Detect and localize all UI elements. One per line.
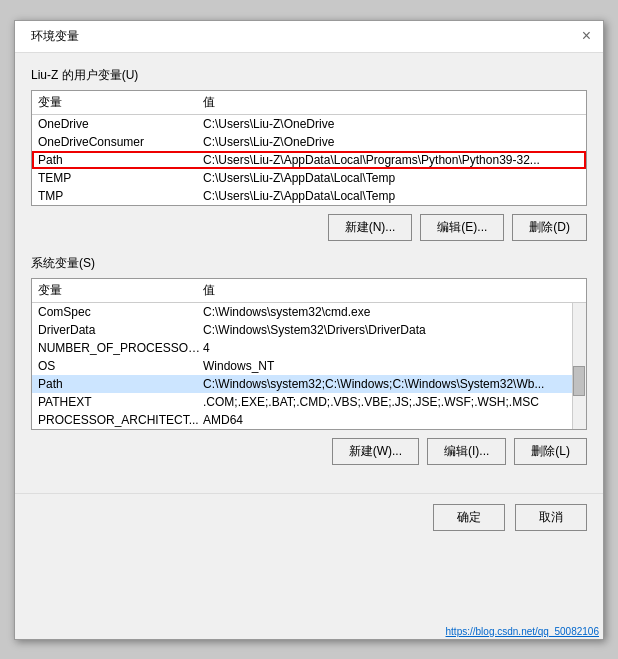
user-row-value: C:\Users\Liu-Z\OneDrive bbox=[203, 117, 580, 131]
user-row-value: C:\Users\Liu-Z\AppData\Local\Temp bbox=[203, 189, 580, 203]
confirm-button[interactable]: 确定 bbox=[433, 504, 505, 531]
system-col-value-header: 值 bbox=[203, 282, 580, 299]
system-scrollbar-track[interactable] bbox=[572, 303, 586, 429]
user-table-row[interactable]: OneDriveConsumer C:\Users\Liu-Z\OneDrive bbox=[32, 133, 586, 151]
user-variables-table: 变量 值 OneDrive C:\Users\Liu-Z\OneDrive On… bbox=[31, 90, 587, 206]
user-row-value: C:\Users\Liu-Z\AppData\Local\Programs\Py… bbox=[203, 153, 580, 167]
system-row-name: NUMBER_OF_PROCESSORS bbox=[38, 341, 203, 355]
user-table-row[interactable]: TEMP C:\Users\Liu-Z\AppData\Local\Temp bbox=[32, 169, 586, 187]
user-delete-button[interactable]: 删除(D) bbox=[512, 214, 587, 241]
system-scrollbar-thumb[interactable] bbox=[573, 366, 585, 396]
user-section-label: Liu-Z 的用户变量(U) bbox=[31, 67, 587, 84]
system-table-row[interactable]: DriverData C:\Windows\System32\Drivers\D… bbox=[32, 321, 586, 339]
system-row-name: ComSpec bbox=[38, 305, 203, 319]
user-table-row[interactable]: Path C:\Users\Liu-Z\AppData\Local\Progra… bbox=[32, 151, 586, 169]
user-row-name: OneDrive bbox=[38, 117, 203, 131]
system-table-header: 变量 值 bbox=[32, 279, 586, 303]
system-table-row[interactable]: ComSpec C:\Windows\system32\cmd.exe bbox=[32, 303, 586, 321]
user-table-header: 变量 值 bbox=[32, 91, 586, 115]
system-row-name: DriverData bbox=[38, 323, 203, 337]
system-table-row[interactable]: Path C:\Windows\system32;C:\Windows;C:\W… bbox=[32, 375, 586, 393]
system-table-row[interactable]: NUMBER_OF_PROCESSORS 4 bbox=[32, 339, 586, 357]
system-table-row[interactable]: OS Windows_NT bbox=[32, 357, 586, 375]
close-button[interactable]: × bbox=[582, 28, 591, 44]
user-row-name: TMP bbox=[38, 189, 203, 203]
system-row-value: C:\Windows\system32\cmd.exe bbox=[203, 305, 580, 319]
system-edit-button[interactable]: 编辑(I)... bbox=[427, 438, 506, 465]
user-row-value: C:\Users\Liu-Z\OneDrive bbox=[203, 135, 580, 149]
system-variables-table: 变量 值 ComSpec C:\Windows\system32\cmd.exe… bbox=[31, 278, 587, 430]
system-row-value: AMD64 bbox=[203, 413, 580, 427]
dialog-body: Liu-Z 的用户变量(U) 变量 值 OneDrive C:\Users\Li… bbox=[15, 53, 603, 493]
user-new-button[interactable]: 新建(N)... bbox=[328, 214, 413, 241]
system-row-value: C:\Windows\system32;C:\Windows;C:\Window… bbox=[203, 377, 580, 391]
user-col-value-header: 值 bbox=[203, 94, 580, 111]
system-row-name: Path bbox=[38, 377, 203, 391]
user-row-value: C:\Users\Liu-Z\AppData\Local\Temp bbox=[203, 171, 580, 185]
environment-variables-dialog: 环境变量 × Liu-Z 的用户变量(U) 变量 值 OneDrive C:\U… bbox=[14, 20, 604, 640]
user-table-scroll[interactable]: OneDrive C:\Users\Liu-Z\OneDrive OneDriv… bbox=[32, 115, 586, 205]
system-delete-button[interactable]: 删除(L) bbox=[514, 438, 587, 465]
user-col-name-header: 变量 bbox=[38, 94, 203, 111]
system-row-value: C:\Windows\System32\Drivers\DriverData bbox=[203, 323, 580, 337]
system-row-value: 4 bbox=[203, 341, 580, 355]
system-col-name-header: 变量 bbox=[38, 282, 203, 299]
url-bar: https://blog.csdn.net/qq_50082106 bbox=[442, 626, 603, 637]
system-row-value: .COM;.EXE;.BAT;.CMD;.VBS;.VBE;.JS;.JSE;.… bbox=[203, 395, 580, 409]
user-row-name: OneDriveConsumer bbox=[38, 135, 203, 149]
user-buttons-row: 新建(N)... 编辑(E)... 删除(D) bbox=[31, 214, 587, 241]
system-row-name: PROCESSOR_ARCHITECT... bbox=[38, 413, 203, 427]
user-table-row[interactable]: TMP C:\Users\Liu-Z\AppData\Local\Temp bbox=[32, 187, 586, 205]
system-table-row[interactable]: PROCESSOR_ARCHITECT... AMD64 bbox=[32, 411, 586, 429]
user-row-name: TEMP bbox=[38, 171, 203, 185]
system-row-value: Windows_NT bbox=[203, 359, 580, 373]
user-row-name: Path bbox=[38, 153, 203, 167]
user-edit-button[interactable]: 编辑(E)... bbox=[420, 214, 504, 241]
system-row-name: PATHEXT bbox=[38, 395, 203, 409]
system-buttons-row: 新建(W)... 编辑(I)... 删除(L) bbox=[31, 438, 587, 465]
user-table-row[interactable]: OneDrive C:\Users\Liu-Z\OneDrive bbox=[32, 115, 586, 133]
system-new-button[interactable]: 新建(W)... bbox=[332, 438, 419, 465]
system-row-name: OS bbox=[38, 359, 203, 373]
system-table-row[interactable]: PATHEXT .COM;.EXE;.BAT;.CMD;.VBS;.VBE;.J… bbox=[32, 393, 586, 411]
title-bar: 环境变量 × bbox=[15, 21, 603, 53]
dialog-footer: 确定 取消 bbox=[15, 493, 603, 545]
system-section-label: 系统变量(S) bbox=[31, 255, 587, 272]
dialog-title: 环境变量 bbox=[31, 28, 79, 45]
cancel-button[interactable]: 取消 bbox=[515, 504, 587, 531]
system-table-scroll[interactable]: ComSpec C:\Windows\system32\cmd.exe Driv… bbox=[32, 303, 586, 429]
